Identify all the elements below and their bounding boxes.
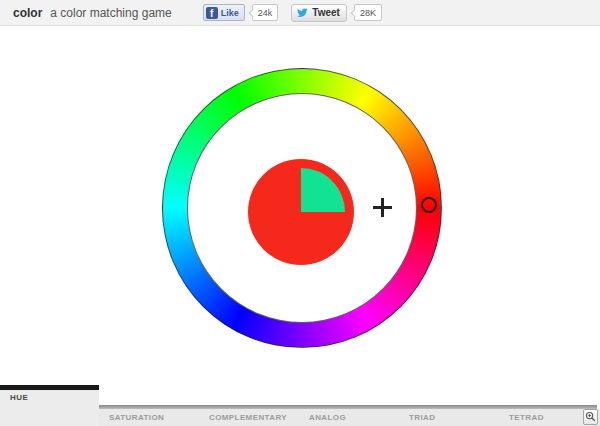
tab-analog[interactable]: ANALOG <box>299 409 399 426</box>
twitter-bird-icon <box>296 4 309 22</box>
crosshair-cursor-icon <box>373 198 392 217</box>
facebook-like-count[interactable]: 24k <box>252 4 279 21</box>
zoom-in-icon <box>585 408 596 426</box>
tab-complementary[interactable]: COMPLEMENTARY <box>199 409 299 426</box>
tweet-label: Tweet <box>312 7 340 18</box>
tweet-button[interactable]: Tweet <box>291 4 347 22</box>
game-screen: color a color matching game f Like 24k T… <box>0 0 600 426</box>
tab-hue-label: HUE <box>10 393 28 402</box>
guess-progress-slice <box>257 168 345 256</box>
facebook-icon: f <box>206 7 218 19</box>
level-tab-row: SATURATION COMPLEMENTARY ANALOG TRIAD TE… <box>99 409 600 426</box>
tab-hue-active[interactable]: HUE <box>0 385 99 426</box>
tab-triad[interactable]: TRIAD <box>399 409 499 426</box>
facebook-like-label: Like <box>221 8 239 18</box>
tweet-count[interactable]: 28K <box>354 4 382 21</box>
facebook-like-widget: f Like 24k <box>203 4 279 21</box>
app-subtitle: a color matching game <box>50 6 171 20</box>
round-timer-bar <box>0 385 99 390</box>
facebook-like-button[interactable]: f Like <box>203 4 245 21</box>
app-title: color <box>13 6 42 20</box>
header-bar: color a color matching game f Like 24k T… <box>0 0 600 26</box>
tab-saturation[interactable]: SATURATION <box>99 409 199 426</box>
ring-selection-cursor-icon <box>421 197 437 213</box>
tweet-widget: Tweet 28K <box>291 4 382 22</box>
zoom-in-button[interactable] <box>583 409 598 425</box>
